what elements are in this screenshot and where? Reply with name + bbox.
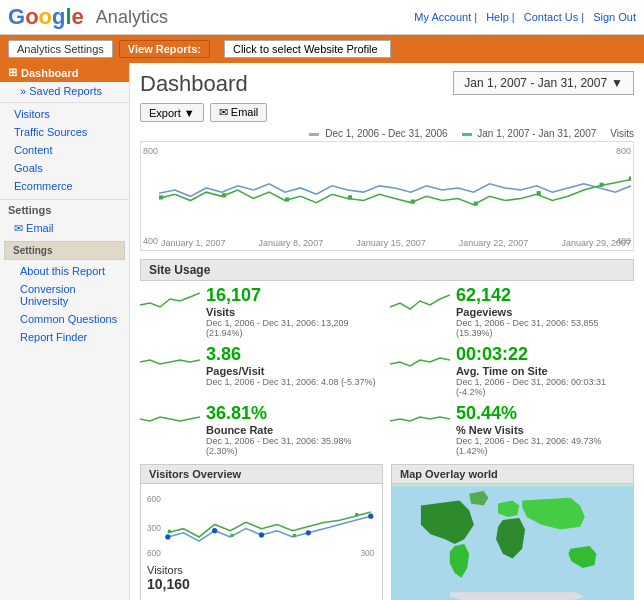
layout: ⊞ Dashboard » Saved Reports Visitors Tra… bbox=[0, 63, 644, 600]
legend-curr: Jan 1, 2007 - Jan 31, 2007 bbox=[462, 128, 597, 139]
svg-rect-1 bbox=[222, 193, 226, 197]
sidebar-about[interactable]: About this Report bbox=[0, 262, 129, 280]
sidebar: ⊞ Dashboard » Saved Reports Visitors Tra… bbox=[0, 63, 130, 600]
usage-bounce-data: 36.81% Bounce Rate Dec 1, 2006 - Dec 31,… bbox=[206, 403, 384, 456]
usage-avg-time: 00:03:22 Avg. Time on Site Dec 1, 2006 -… bbox=[390, 344, 634, 397]
site-usage-grid: 16,107 Visits Dec 1, 2006 - Dec 31, 2006… bbox=[140, 285, 634, 456]
usage-pages-visit-data: 3.86 Pages/Visit Dec 1, 2006 - Dec 31, 2… bbox=[206, 344, 376, 387]
svg-rect-17 bbox=[230, 534, 233, 537]
sidebar-goals[interactable]: Goals bbox=[0, 159, 129, 177]
avg-time-label: Avg. Time on Site bbox=[456, 365, 634, 377]
svg-rect-19 bbox=[355, 513, 358, 516]
svg-rect-16 bbox=[168, 530, 171, 533]
email-button[interactable]: ✉ Email bbox=[210, 103, 268, 122]
svg-text:600: 600 bbox=[147, 494, 161, 504]
visitors-overview-header: Visitors Overview bbox=[141, 465, 382, 484]
profile-dropdown[interactable]: Click to select Website Profile bbox=[224, 40, 391, 58]
google-logo: Google bbox=[8, 4, 84, 30]
new-visits-value: 50.44% bbox=[456, 403, 634, 424]
bounce-label: Bounce Rate bbox=[206, 424, 384, 436]
usage-avg-time-data: 00:03:22 Avg. Time on Site Dec 1, 2006 -… bbox=[456, 344, 634, 397]
sidebar-saved-reports[interactable]: » Saved Reports bbox=[0, 82, 129, 100]
date-range-box[interactable]: Jan 1, 2007 - Jan 31, 2007 ▼ bbox=[453, 71, 634, 95]
sidebar-settings-label: Settings bbox=[0, 199, 129, 220]
main-content: Dashboard Jan 1, 2007 - Jan 31, 2007 ▼ E… bbox=[130, 63, 644, 600]
usage-pageviews-data: 62,142 Pageviews Dec 1, 2006 - Dec 31, 2… bbox=[456, 285, 634, 338]
map-overlay-body bbox=[392, 484, 633, 600]
sidebar-traffic-sources[interactable]: Traffic Sources bbox=[0, 123, 129, 141]
pages-visit-label: Pages/Visit bbox=[206, 365, 376, 377]
visitors-chart-svg: 600 300 bbox=[147, 490, 376, 560]
signout-link[interactable]: Sign Out bbox=[593, 11, 636, 23]
action-row: Export ▼ ✉ Email bbox=[140, 103, 634, 122]
sidebar-conversion[interactable]: Conversion University bbox=[0, 280, 129, 310]
profile-select: Click to select Website Profile bbox=[224, 40, 391, 58]
date-range-text: Jan 1, 2007 - Jan 31, 2007 bbox=[464, 76, 607, 90]
pageviews-label: Pageviews bbox=[456, 306, 634, 318]
sidebar-content[interactable]: Content bbox=[0, 141, 129, 159]
sidebar-questions[interactable]: Common Questions bbox=[0, 310, 129, 328]
pageviews-value: 62,142 bbox=[456, 285, 634, 306]
sparkline-bounce bbox=[140, 403, 200, 431]
new-visits-sub: Dec 1, 2006 - Dec 31, 2006: 49.73% (1.42… bbox=[456, 436, 634, 456]
svg-rect-4 bbox=[411, 199, 415, 203]
sparkline-pageviews bbox=[390, 285, 450, 313]
svg-rect-0 bbox=[159, 195, 163, 199]
svg-rect-5 bbox=[474, 202, 478, 206]
dash-header: Dashboard Jan 1, 2007 - Jan 31, 2007 ▼ bbox=[140, 71, 634, 97]
sparkline-new-visits bbox=[390, 403, 450, 431]
world-map-svg bbox=[392, 484, 633, 600]
svg-rect-6 bbox=[537, 191, 541, 195]
svg-rect-7 bbox=[600, 183, 604, 187]
sidebar-dashboard-header: ⊞ Dashboard bbox=[0, 63, 129, 82]
pageviews-sub: Dec 1, 2006 - Dec 31, 2006: 53,855 (15.3… bbox=[456, 318, 634, 338]
sparkline-visits bbox=[140, 285, 200, 313]
usage-visits-data: 16,107 Visits Dec 1, 2006 - Dec 31, 2006… bbox=[206, 285, 384, 338]
bounce-value: 36.81% bbox=[206, 403, 384, 424]
sparkline-pages-visit bbox=[140, 344, 200, 372]
analytics-title: Analytics bbox=[96, 7, 168, 28]
legend-prev: Dec 1, 2006 - Dec 31, 2006 bbox=[309, 128, 447, 139]
usage-bounce: 36.81% Bounce Rate Dec 1, 2006 - Dec 31,… bbox=[140, 403, 384, 456]
pages-visit-value: 3.86 bbox=[206, 344, 376, 365]
visitors-chart: 600 300 bbox=[147, 490, 376, 560]
visitors-label: Visitors bbox=[147, 564, 376, 576]
svg-point-15 bbox=[368, 514, 373, 519]
usage-visits: 16,107 Visits Dec 1, 2006 - Dec 31, 2006… bbox=[140, 285, 384, 338]
svg-rect-3 bbox=[348, 195, 352, 199]
topnav: Analytics Settings View Reports: Click t… bbox=[0, 35, 644, 63]
visits-sub: Dec 1, 2006 - Dec 31, 2006: 13,209 (21.9… bbox=[206, 318, 384, 338]
visitors-count: 10,160 bbox=[147, 576, 376, 592]
contact-link[interactable]: Contact Us bbox=[524, 11, 578, 23]
avg-time-sub: Dec 1, 2006 - Dec 31, 2006: 00:03:31 (-4… bbox=[456, 377, 634, 397]
usage-new-visits: 50.44% % New Visits Dec 1, 2006 - Dec 31… bbox=[390, 403, 634, 456]
bottom-panels: Visitors Overview 600 300 bbox=[140, 464, 634, 600]
visitors-overview-panel: Visitors Overview 600 300 bbox=[140, 464, 383, 600]
analytics-settings-btn[interactable]: Analytics Settings bbox=[8, 40, 113, 58]
visits-value: 16,107 bbox=[206, 285, 384, 306]
sidebar-report-finder[interactable]: Report Finder bbox=[0, 328, 129, 346]
view-reports-btn[interactable]: View Reports: bbox=[119, 40, 210, 58]
svg-point-14 bbox=[306, 530, 311, 535]
usage-pages-visit: 3.86 Pages/Visit Dec 1, 2006 - Dec 31, 2… bbox=[140, 344, 384, 397]
chart-yaxis: 800 400 bbox=[143, 142, 158, 250]
svg-point-13 bbox=[259, 532, 264, 537]
help-link[interactable]: Help bbox=[486, 11, 509, 23]
sidebar-email[interactable]: ✉ Email bbox=[0, 220, 129, 237]
export-button[interactable]: Export ▼ bbox=[140, 103, 204, 122]
map-container bbox=[392, 484, 633, 600]
main-chart-svg bbox=[159, 146, 631, 235]
chart-xaxis: January 1, 2007 January 8, 2007 January … bbox=[161, 238, 631, 248]
svg-point-12 bbox=[212, 528, 217, 533]
top-links: My Account | Help | Contact Us | Sign Ou… bbox=[408, 11, 636, 23]
pages-visit-sub: Dec 1, 2006 - Dec 31, 2006: 4.08 (-5.37%… bbox=[206, 377, 376, 387]
sidebar-ecommerce[interactable]: Ecommerce bbox=[0, 177, 129, 195]
legend-curr-dot bbox=[462, 133, 472, 136]
my-account-link[interactable]: My Account bbox=[414, 11, 471, 23]
sidebar-visitors[interactable]: Visitors bbox=[0, 105, 129, 123]
usage-pageviews: 62,142 Pageviews Dec 1, 2006 - Dec 31, 2… bbox=[390, 285, 634, 338]
legend-prev-dot bbox=[309, 133, 319, 136]
legend-visits: Visits bbox=[610, 128, 634, 139]
sparkline-avg-time bbox=[390, 344, 450, 372]
chart-legend: Dec 1, 2006 - Dec 31, 2006 Jan 1, 2007 -… bbox=[140, 128, 634, 139]
